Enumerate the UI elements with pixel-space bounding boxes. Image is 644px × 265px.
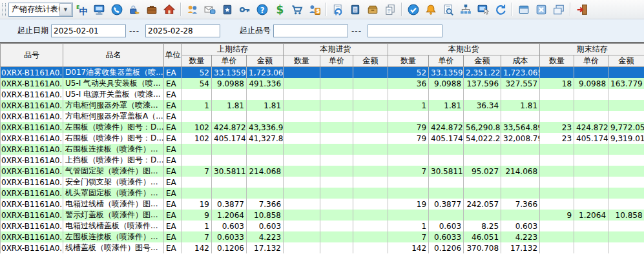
- product-id-cell[interactable]: 0XRX-B1161A0...: [1, 67, 63, 79]
- out-amount-cell[interactable]: 54,022.228: [464, 133, 501, 144]
- end-qty-cell[interactable]: [540, 199, 574, 210]
- copy-icon[interactable]: [382, 2, 397, 17]
- unit-cell[interactable]: EA: [164, 210, 182, 221]
- prev-qty-cell[interactable]: 142: [182, 242, 212, 253]
- col-header-product-id[interactable]: 品号: [1, 44, 63, 67]
- product-name-cell[interactable]: 线槽盖板（喷漆件）图号...: [63, 242, 164, 253]
- end-price-cell[interactable]: [574, 221, 608, 231]
- end-qty-cell[interactable]: [540, 188, 574, 199]
- prev-qty-cell[interactable]: [182, 89, 212, 100]
- out-amount-cell[interactable]: 8.25: [464, 221, 501, 231]
- prev-qty-cell[interactable]: [182, 188, 212, 199]
- unit-cell[interactable]: EA: [164, 166, 182, 177]
- table-row[interactable]: 0XRX-B1161A0...机头罩固定板（喷漆件）...EA: [1, 188, 644, 199]
- product-name-cell[interactable]: 方电柜伺服器外罩（喷漆...: [63, 100, 164, 111]
- col-header-prev-amount[interactable]: 金额: [247, 55, 284, 67]
- product-id-cell[interactable]: 0XRX-B1161A0...: [1, 199, 63, 210]
- in-qty-cell[interactable]: [284, 242, 320, 253]
- out-amount-cell[interactable]: [464, 188, 501, 199]
- in-qty-cell[interactable]: [284, 111, 320, 122]
- unit-cell[interactable]: EA: [164, 133, 182, 144]
- out-price-cell[interactable]: 30.5811: [429, 166, 464, 177]
- window-icon[interactable]: [516, 2, 531, 17]
- phone-icon[interactable]: [109, 2, 124, 17]
- in-qty-cell[interactable]: [284, 89, 320, 100]
- prev-price-cell[interactable]: 30.5811: [212, 166, 247, 177]
- col-header-end-amount[interactable]: 金额: [608, 55, 644, 67]
- in-qty-cell[interactable]: [284, 155, 320, 166]
- table-row[interactable]: 0XRX-B1161A0...线槽盖板（喷漆件）图号...EA1420.1206…: [1, 242, 644, 253]
- end-qty-cell[interactable]: [540, 177, 574, 188]
- end-price-cell[interactable]: [574, 177, 608, 188]
- unit-cell[interactable]: EA: [164, 155, 182, 166]
- out-qty-cell[interactable]: [388, 188, 429, 199]
- out-cost-cell[interactable]: 214.068: [501, 166, 540, 177]
- close-window-icon[interactable]: [534, 2, 548, 17]
- out-price-cell[interactable]: 424.872: [429, 122, 464, 133]
- group-header-prev-balance[interactable]: 上期结存: [182, 44, 284, 55]
- product-name-cell[interactable]: U5-I 气动夹具安装板（喷...: [63, 78, 164, 89]
- end-qty-cell[interactable]: [540, 144, 574, 155]
- in-price-cell[interactable]: [320, 111, 353, 122]
- out-cost-cell[interactable]: 32,008.797: [501, 133, 540, 144]
- unit-cell[interactable]: EA: [164, 100, 182, 111]
- home-icon[interactable]: [161, 2, 176, 17]
- end-amount-cell[interactable]: [608, 111, 644, 122]
- col-header-unit[interactable]: 单位: [164, 44, 182, 67]
- in-qty-cell[interactable]: [284, 231, 320, 242]
- in-qty-cell[interactable]: [284, 67, 320, 79]
- in-amount-cell[interactable]: [353, 133, 388, 144]
- col-header-product-name[interactable]: 品名: [63, 44, 164, 67]
- out-cost-cell[interactable]: 7.366: [501, 199, 540, 210]
- out-amount-cell[interactable]: [464, 144, 501, 155]
- approve-icon[interactable]: [406, 2, 421, 17]
- end-price-cell[interactable]: [574, 67, 608, 79]
- prev-amount-cell[interactable]: 10.858: [247, 210, 284, 221]
- product-name-cell[interactable]: 右围板（喷漆件）图号：D...: [63, 133, 164, 144]
- product-name-cell[interactable]: 上挡板（喷漆件）图号：D...: [63, 155, 164, 166]
- prev-qty-cell[interactable]: 19: [182, 199, 212, 210]
- prev-price-cell[interactable]: 405.1746: [212, 133, 247, 144]
- in-amount-cell[interactable]: [353, 199, 388, 210]
- key-icon[interactable]: [237, 2, 252, 17]
- prev-amount-cell[interactable]: 43,336.946: [247, 122, 284, 133]
- end-price-cell[interactable]: 9.0988: [574, 78, 608, 89]
- prev-price-cell[interactable]: [212, 177, 247, 188]
- end-price-cell[interactable]: [574, 111, 608, 122]
- product-id-cell[interactable]: 0XRX-B1161A0...: [1, 122, 63, 133]
- out-cost-cell[interactable]: [501, 188, 540, 199]
- out-amount-cell[interactable]: [464, 89, 501, 100]
- in-amount-cell[interactable]: [353, 67, 388, 79]
- translate-icon[interactable]: 中E: [74, 2, 89, 17]
- end-price-cell[interactable]: [574, 155, 608, 166]
- prev-amount-cell[interactable]: 17.132: [247, 242, 284, 253]
- in-amount-cell[interactable]: [353, 242, 388, 253]
- end-amount-cell[interactable]: [608, 100, 644, 111]
- in-price-cell[interactable]: [320, 188, 353, 199]
- table-row[interactable]: 0XRX-B1161A0...上挡板（喷漆件）图号：D...EA: [1, 155, 644, 166]
- col-header-in-qty[interactable]: 数量: [284, 55, 320, 67]
- product-id-cell[interactable]: 0XRX-B1161A0...: [1, 155, 63, 166]
- in-price-cell[interactable]: [320, 177, 353, 188]
- col-header-out-price[interactable]: 单价: [429, 55, 464, 67]
- in-price-cell[interactable]: [320, 242, 353, 253]
- out-price-cell[interactable]: 9.0988: [429, 78, 464, 89]
- out-price-cell[interactable]: [429, 210, 464, 221]
- in-qty-cell[interactable]: [284, 177, 320, 188]
- prev-qty-cell[interactable]: 52: [182, 67, 212, 79]
- table-row[interactable]: 0XRX-B1161A0...方电柜伺服器外罩盖板A（...EA: [1, 111, 644, 122]
- end-price-cell[interactable]: [574, 199, 608, 210]
- end-price-cell[interactable]: [574, 188, 608, 199]
- out-price-cell[interactable]: 33.1359: [429, 67, 464, 79]
- in-amount-cell[interactable]: [353, 89, 388, 100]
- product-id-cell[interactable]: 0XRX-B1161A0...: [1, 210, 63, 221]
- out-qty-cell[interactable]: [388, 89, 429, 100]
- in-price-cell[interactable]: [320, 231, 353, 242]
- product-name-cell[interactable]: 机头罩固定板（喷漆件）...: [63, 188, 164, 199]
- briefcase-icon[interactable]: [144, 2, 159, 17]
- end-price-cell[interactable]: 405.1747: [574, 133, 608, 144]
- prev-qty-cell[interactable]: 7: [182, 166, 212, 177]
- in-price-cell[interactable]: [320, 199, 353, 210]
- in-qty-cell[interactable]: [284, 221, 320, 231]
- end-qty-cell[interactable]: [540, 221, 574, 231]
